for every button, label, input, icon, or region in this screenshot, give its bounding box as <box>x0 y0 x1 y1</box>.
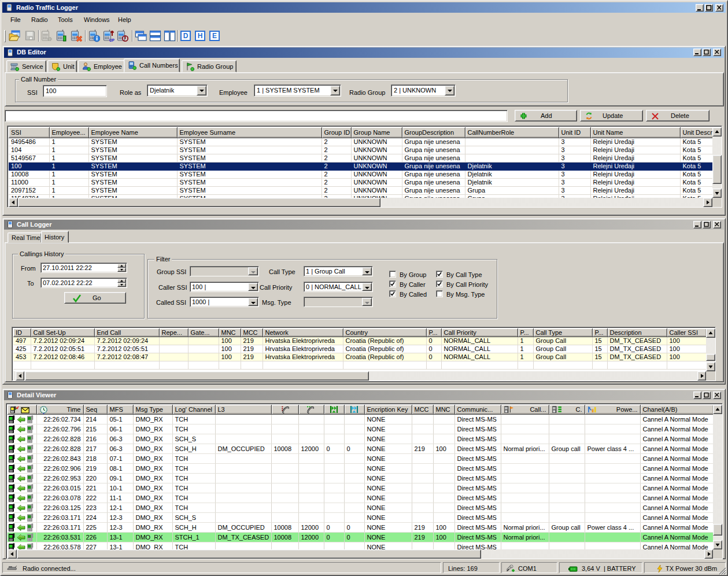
svg-text:UP: UP <box>109 38 114 42</box>
